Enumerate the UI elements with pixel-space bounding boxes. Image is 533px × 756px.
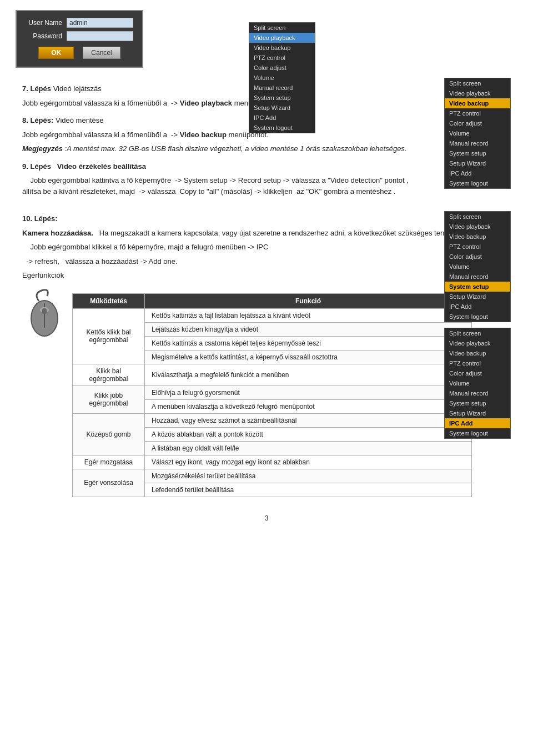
operation-cell: Egér mozgatása bbox=[73, 455, 145, 469]
functions-table: Működtetés Funkció Kettős klikk balegérg… bbox=[72, 293, 472, 497]
function-cell: A listában egy oldalt vált fel/le bbox=[145, 441, 472, 455]
step9-heading: 9. Lépés Video érzékelés beállítása bbox=[22, 161, 511, 172]
step10-heading: 10. Lépés: bbox=[22, 213, 511, 224]
login-box: User Name Password OK Cancel bbox=[16, 10, 143, 68]
menu4-video-playback[interactable]: Video playback bbox=[445, 338, 510, 348]
table-col1-header: Működtetés bbox=[73, 293, 145, 308]
menu2-video-backup[interactable]: Video backup bbox=[445, 98, 510, 108]
menu4-color-adjust[interactable]: Color adjust bbox=[445, 368, 510, 378]
step9-block: 9. Lépés Video érzékelés beállítása Jobb… bbox=[22, 161, 511, 197]
menu1-volume[interactable]: Volume bbox=[249, 73, 315, 83]
menu1-split-screen[interactable]: Split screen bbox=[249, 23, 315, 33]
menu4-ipc-add[interactable]: IPC Add bbox=[445, 418, 510, 428]
step8-note: Megjegyzés :A mentést max. 32 GB-os USB … bbox=[22, 143, 511, 154]
menu1-ipc-add[interactable]: IPC Add bbox=[249, 113, 315, 123]
menu4-system-setup[interactable]: System setup bbox=[445, 398, 510, 408]
menu1-setup-wizard[interactable]: Setup Wizard bbox=[249, 103, 315, 113]
function-cell: A közös ablakban vált a pontok között bbox=[145, 427, 472, 441]
menu4-setup-wizard[interactable]: Setup Wizard bbox=[445, 408, 510, 418]
password-input[interactable] bbox=[67, 31, 133, 41]
menu1-color-adjust[interactable]: Color adjust bbox=[249, 63, 315, 73]
menu2-volume[interactable]: Volume bbox=[445, 128, 510, 138]
operation-cell: Középső gomb bbox=[73, 413, 145, 455]
ok-button[interactable]: OK bbox=[38, 47, 74, 59]
menu3-split-screen[interactable]: Split screen bbox=[445, 212, 510, 222]
menu2-setup-wizard[interactable]: Setup Wizard bbox=[445, 158, 510, 168]
menu3-video-playback[interactable]: Video playback bbox=[445, 222, 510, 232]
function-cell: A menüben kiválasztja a következő felugr… bbox=[145, 399, 472, 413]
table-row: Egér mozgatásaVálaszt egy ikont, vagy mo… bbox=[73, 455, 472, 469]
page-number: 3 bbox=[22, 514, 511, 522]
menu2-video-playback[interactable]: Video playback bbox=[445, 88, 510, 98]
table-row: Középső gombHozzáad, vagy elvesz számot … bbox=[73, 413, 472, 427]
menu-panel-4: Split screen Video playback Video backup… bbox=[444, 328, 511, 439]
table-row: Klikk balegérgombbalKiválaszthatja a meg… bbox=[73, 364, 472, 385]
operation-cell: Kettős klikk balegérgombbal bbox=[73, 308, 145, 364]
menu-panel-1: Split screen Video playback Video backup… bbox=[249, 22, 315, 133]
menu1-video-playback[interactable]: Video playback bbox=[249, 33, 315, 43]
menu3-setup-wizard[interactable]: Setup Wizard bbox=[445, 292, 510, 302]
egerfunkciok-section: Működtetés Funkció Kettős klikk balegérg… bbox=[22, 288, 511, 497]
menu-panel-2: Split screen Video playback Video backup… bbox=[444, 78, 511, 189]
menu3-manual-record[interactable]: Manual record bbox=[445, 272, 510, 282]
menu3-color-adjust[interactable]: Color adjust bbox=[445, 252, 510, 262]
menu3-ptz-control[interactable]: PTZ control bbox=[445, 242, 510, 252]
step10-text2: Jobb egérgombbal klikkel a fő képernyőre… bbox=[22, 242, 511, 253]
table-row: Egér vonszolásaMozgásérzékelési terület … bbox=[73, 469, 472, 483]
menu-panel-3: Split screen Video playback Video backup… bbox=[444, 211, 511, 322]
menu1-video-backup[interactable]: Video backup bbox=[249, 43, 315, 53]
menu4-volume[interactable]: Volume bbox=[445, 378, 510, 388]
menu1-system-setup[interactable]: System setup bbox=[249, 93, 315, 103]
step10-text3: -> refresh, válassza a hozzáadást -> Add… bbox=[22, 256, 511, 267]
menu4-split-screen[interactable]: Split screen bbox=[445, 328, 510, 338]
username-input[interactable] bbox=[67, 18, 133, 28]
function-cell: Kettős kattintás a fájl listában lejátss… bbox=[145, 308, 472, 322]
function-cell: Lejátszás közben kinagyítja a videót bbox=[145, 322, 472, 336]
table-col2-header: Funkció bbox=[145, 293, 472, 308]
menu3-system-logout[interactable]: System logout bbox=[445, 312, 510, 322]
operation-cell: Klikk jobbegérgombbal bbox=[73, 385, 145, 413]
menu2-color-adjust[interactable]: Color adjust bbox=[445, 118, 510, 128]
menu3-video-backup[interactable]: Video backup bbox=[445, 232, 510, 242]
menu2-system-setup[interactable]: System setup bbox=[445, 148, 510, 158]
table-row: Kettős klikk balegérgombbalKettős kattin… bbox=[73, 308, 472, 322]
menu2-manual-record[interactable]: Manual record bbox=[445, 138, 510, 148]
menu4-system-logout[interactable]: System logout bbox=[445, 428, 510, 438]
function-cell: Kettős kattintás a csatorna képét teljes… bbox=[145, 336, 472, 350]
function-cell: Hozzáad, vagy elvesz számot a számbeállí… bbox=[145, 413, 472, 427]
menu3-system-setup[interactable]: System setup bbox=[445, 282, 510, 292]
mouse-icon bbox=[22, 288, 67, 332]
password-label: Password bbox=[26, 32, 62, 40]
menu4-ptz-control[interactable]: PTZ control bbox=[445, 358, 510, 368]
svg-rect-4 bbox=[42, 308, 47, 314]
menu2-ptz-control[interactable]: PTZ control bbox=[445, 108, 510, 118]
menu1-manual-record[interactable]: Manual record bbox=[249, 83, 315, 93]
function-cell: Megismételve a kettős kattintást, a képe… bbox=[145, 350, 472, 364]
menu3-ipc-add[interactable]: IPC Add bbox=[445, 302, 510, 312]
menu2-split-screen[interactable]: Split screen bbox=[445, 78, 510, 88]
menu4-video-backup[interactable]: Video backup bbox=[445, 348, 510, 358]
operation-cell: Klikk balegérgombbal bbox=[73, 364, 145, 385]
step10-block: 10. Lépés: Kamera hozzáadása. Ha megszak… bbox=[22, 213, 511, 281]
menu2-ipc-add[interactable]: IPC Add bbox=[445, 168, 510, 178]
function-cell: Előhívja a felugró gyorsmenüt bbox=[145, 385, 472, 399]
menu3-volume[interactable]: Volume bbox=[445, 262, 510, 272]
function-cell: Választ egy ikont, vagy mozgat egy ikont… bbox=[145, 455, 472, 469]
operation-cell: Egér vonszolása bbox=[73, 469, 145, 497]
function-cell: Lefedendő terület beállítása bbox=[145, 483, 472, 497]
cancel-button[interactable]: Cancel bbox=[83, 47, 120, 59]
function-cell: Mozgásérzékelési terület beállítása bbox=[145, 469, 472, 483]
egerfunkciok-label: Egérfunkciók bbox=[22, 270, 511, 281]
menu1-ptz-control[interactable]: PTZ control bbox=[249, 53, 315, 63]
main-content: 7. Lépés Videó lejátszás Jobb egérgombba… bbox=[22, 83, 511, 497]
username-label: User Name bbox=[26, 19, 62, 27]
menu2-system-logout[interactable]: System logout bbox=[445, 178, 510, 188]
step10-subheading: Kamera hozzáadása. Ha megszakadt a kamer… bbox=[22, 228, 511, 239]
menu1-system-logout[interactable]: System logout bbox=[249, 123, 315, 133]
table-row: Klikk jobbegérgombbalElőhívja a felugró … bbox=[73, 385, 472, 399]
step9-text: Jobb egérgombbal kattintva a fő képernyő… bbox=[22, 175, 422, 197]
function-cell: Kiválaszthatja a megfelelő funkciót a me… bbox=[145, 364, 472, 385]
menu4-manual-record[interactable]: Manual record bbox=[445, 388, 510, 398]
